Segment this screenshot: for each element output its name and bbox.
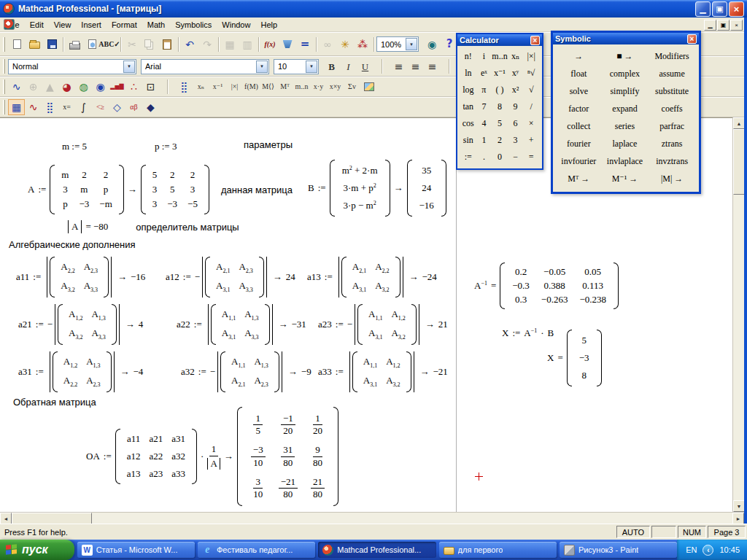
symbolic-keyword-button[interactable]: float [557,65,601,82]
taskbar-button-browser[interactable]: e Фестиваль педагог... [198,542,315,558]
bold-button[interactable]: B [323,58,340,74]
calculator-key[interactable]: + [523,132,539,149]
a22[interactable]: a22 := A1,1 A1,3 A3,1 A3,3 → − [177,304,306,345]
determinant-region[interactable]: A = −80 определитель матрицы [68,220,239,233]
p-definition-region[interactable]: p := 3 [155,141,177,152]
calculator-key[interactable]: ⁿ√ [523,65,539,82]
symbolic-keyword-button[interactable]: complex [601,65,649,82]
symbolic-keyword-button[interactable]: parfrac [649,117,695,135]
calculator-key[interactable]: n! [460,48,476,65]
open-button[interactable] [26,36,43,53]
insert-unit-button[interactable] [279,36,296,53]
matrix-column-button[interactable]: M⟨⟩ [260,79,276,95]
3d-bar-plot-button[interactable]: ▂▅▇ [109,79,125,95]
symbolic-keyword-button[interactable]: expand [601,100,649,117]
insert-hyperlink-button[interactable]: ∞ [319,36,336,53]
scroll-right-arrow[interactable]: ► [732,513,744,524]
restore-button[interactable]: ▣ [712,1,727,17]
align-right-button[interactable]: ≡ [424,58,441,74]
symbolic-keyword-button[interactable]: series [601,117,649,135]
zoom-select[interactable]: 100% ▼ [376,36,419,52]
contour-plot-button[interactable]: ◍ [75,79,92,95]
3d-scatter-plot-button[interactable]: ∴ [125,79,142,95]
a32[interactable]: a32 := − A1,1 A1,3 A2,1 A2,3 → [181,351,311,392]
calculator-key[interactable]: 1 [476,132,492,149]
calculator-key[interactable]: √ [523,82,539,98]
symbolic-keyword-button[interactable]: invfourier [557,152,601,170]
menu-item[interactable]: Format [107,19,142,31]
calculator-key[interactable]: xʸ [508,65,524,82]
calculator-key[interactable]: |×| [523,48,539,65]
symbolic-keyword-button[interactable]: solve [557,82,601,100]
scroll-down-arrow[interactable]: ▼ [733,500,745,512]
calculator-key[interactable]: sin [460,132,476,149]
mdi-close-button[interactable]: × [730,20,743,31]
menu-item[interactable]: View [49,19,77,31]
params-text-region[interactable]: параметры [244,139,293,150]
menu-item[interactable]: Help [255,19,282,31]
calculator-key[interactable]: eˣ [476,65,492,82]
matrix-palette-button[interactable]: ⣿ [42,99,58,115]
insert-component-button[interactable]: ✳ [336,36,354,53]
horizontal-scrollbar[interactable]: ◄ ► [0,512,744,524]
mathconnex-button[interactable]: ⁂ [354,36,371,53]
calculator-key[interactable]: := [460,149,476,166]
start-button[interactable]: пуск [0,540,74,560]
xy-plot-button[interactable]: ∿ [8,79,25,95]
chevron-down-icon[interactable]: ▼ [256,61,268,73]
taskbar-button-mathcad[interactable]: Mathcad Professional... [318,542,436,558]
font-select[interactable]: Arial ▼ [141,59,269,74]
calculator-key[interactable]: 8 [492,98,508,115]
underline-button[interactable]: U [357,58,374,74]
undo-button[interactable]: ↶ [181,36,198,53]
calculator-key[interactable]: / [523,98,539,115]
zoom-plot-button[interactable]: ⊡ [142,79,159,95]
calculator-key[interactable]: log [460,82,476,98]
style-select[interactable]: Normal ▼ [8,59,136,74]
boolean-palette-button[interactable]: <≥ [92,99,109,115]
cross-product-button[interactable]: x×y [327,79,344,95]
font-size-select[interactable]: 10 ▼ [274,59,319,74]
close-button[interactable]: × [729,1,744,17]
symbolic-keyword-button[interactable]: coeffs [649,100,695,117]
horizontal-scroll-thumb[interactable] [12,513,92,524]
transpose-button[interactable]: Mᵀ [276,79,293,95]
a-inverse-region[interactable]: A−1 = 0.2−0.050.05 −0.30.3880.113 0.3−0.… [474,263,619,308]
symbolic-keyword-button[interactable]: factor [557,100,601,117]
calculator-key[interactable]: 9 [508,98,524,115]
calculator-key[interactable]: − [508,149,524,166]
range-button[interactable]: m..n [293,79,310,95]
calculator-key[interactable]: × [523,115,539,132]
title-bar[interactable]: Mathcad Professional - [матрицы] ▁ ▣ × [0,0,747,18]
matrix-b-region[interactable]: B := m2 + 2·m 3·m + p2 3·p − m2 → 35 24 … [308,153,446,223]
calculator-key[interactable]: 7 [476,98,492,115]
menu-item[interactable]: Insert [76,19,107,31]
calculator-key[interactable]: 0 [492,149,508,166]
chevron-down-icon[interactable]: ▼ [306,61,317,73]
a23[interactable]: a23 := − A1,1 A1,2 A3,1 A3,2 → [318,304,448,345]
calculator-key[interactable]: 5 [492,115,508,132]
resource-center-button[interactable]: ◉ [423,36,441,53]
mdi-restore-button[interactable]: ▣ [717,20,729,31]
symbolic-keyword-button[interactable]: invlaplace [601,152,649,170]
calculator-key[interactable]: 3 [508,132,524,149]
taskbar-button-paint[interactable]: Рисунок3 - Paint [560,542,677,558]
hide-icons-chevron[interactable]: ‹ [703,545,713,556]
symbolic-keyword-button[interactable]: substitute [649,82,695,100]
x-value-region[interactable]: X = 5 −3 8 [547,332,602,384]
calculator-key[interactable]: cos [460,115,476,132]
calculator-key[interactable]: tan [460,98,476,115]
vector-sum-button[interactable]: Σv [344,79,360,95]
chevron-down-icon[interactable]: ▼ [123,61,135,73]
a33[interactable]: a33 := A1,1 A1,2 A3,1 A3,2 → − [318,351,448,392]
a11[interactable]: a11 := A2,2 A2,3 A3,2 A3,3 → − [16,257,145,298]
symbolic-keyword-button[interactable]: simplify [601,82,649,100]
paste-button[interactable] [158,36,176,53]
toolbar-grip[interactable] [3,79,5,94]
scroll-left-arrow[interactable]: ◄ [0,513,12,524]
calculator-key[interactable]: 4 [476,115,492,132]
calculator-key[interactable]: xₙ [508,48,524,65]
symbolic-keyword-button[interactable]: laplace [601,135,649,152]
a13[interactable]: a13 := A2,1 A2,2 A3,1 A3,2 → − [307,257,437,298]
toolbar-grip[interactable] [3,37,5,52]
